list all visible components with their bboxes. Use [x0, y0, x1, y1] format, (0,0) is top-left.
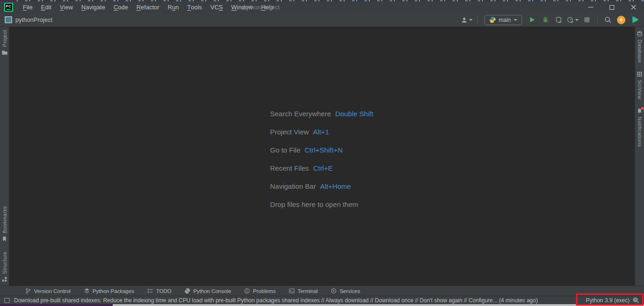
toolwindow-button-terminal[interactable]: Terminal [289, 288, 318, 294]
bug-icon [542, 16, 549, 23]
chevron-down-icon [469, 19, 473, 21]
search-icon [604, 16, 612, 24]
notification-badge [641, 107, 644, 110]
shortcut-keys: Ctrl+Shift+N [305, 146, 343, 154]
menu-vcs[interactable]: VCS [206, 1, 227, 13]
toolwindow-button-problems[interactable]: Problems [244, 288, 276, 294]
menu-file[interactable]: File [19, 1, 37, 13]
pycharm-logo-text: PC [6, 5, 11, 8]
profiler-gauge-icon [567, 16, 574, 24]
update-arrow-icon [617, 16, 625, 24]
left-stripe-bottom-group: BookmarksStructure [1, 206, 8, 283]
svg-text:?: ? [634, 298, 637, 302]
shortcut-keys: Double Shift [335, 110, 373, 118]
error-circle-icon [244, 288, 250, 294]
structure-icon [1, 276, 8, 283]
stripe-button-database[interactable]: Database [637, 31, 643, 63]
toolbar-project-name[interactable]: pythonProject [15, 16, 53, 23]
stripe-button-bookmarks[interactable]: Bookmarks [1, 206, 8, 242]
left-stripe-top-group: Project [1, 30, 8, 56]
toolwindow-label: Version Control [34, 288, 71, 294]
menubar: FileEditViewNavigateCodeRefactorRunTools… [19, 1, 278, 13]
window-controls [580, 1, 644, 13]
ide-update-button[interactable] [616, 14, 627, 26]
status-bar: Download pre-built shared indexes: Reduc… [0, 296, 644, 304]
layers-icon [84, 288, 90, 294]
run-configuration-name: main [499, 17, 511, 23]
shortcut-row: Search EverywhereDouble Shift [270, 105, 373, 123]
folder-icon [1, 49, 8, 56]
menu-view[interactable]: View [55, 1, 77, 13]
stripe-button-structure[interactable]: Structure [1, 252, 8, 283]
stripe-button-project[interactable]: Project [1, 30, 8, 56]
toolwindow-button-services[interactable]: Services [331, 288, 360, 294]
menu-code[interactable]: Code [109, 1, 132, 13]
toolwindow-button-version-control[interactable]: Version Control [25, 288, 71, 294]
toolwindow-label: TODO [156, 288, 171, 294]
toolwindow-button-python-packages[interactable]: Python Packages [84, 288, 135, 294]
shortcut-action-label: Go to File [270, 146, 300, 154]
menu-refactor[interactable]: Refactor [132, 1, 163, 13]
screen-bottom-edge-corner [0, 304, 113, 306]
stripe-label: Notifications [637, 117, 643, 147]
search-everywhere-button[interactable] [602, 14, 613, 26]
chevron-down-icon [575, 19, 579, 21]
shortcut-action-label: Search Everywhere [270, 110, 331, 118]
tool-window-bar: Version ControlPython PackagesTODOPython… [0, 286, 644, 296]
toolwindow-label: Terminal [298, 288, 318, 294]
tool-window-layout-icon[interactable] [4, 297, 10, 304]
shortcut-keys: Alt+1 [313, 128, 329, 136]
stop-icon [584, 17, 590, 22]
maximize-button[interactable] [601, 1, 623, 13]
close-icon [631, 5, 636, 10]
shortcut-action-label: Project View [270, 128, 309, 136]
close-button[interactable] [623, 1, 644, 13]
run-button[interactable] [526, 14, 537, 26]
python-logo-icon [489, 16, 496, 23]
toolbar-separator [477, 16, 478, 24]
stripe-button-notifications[interactable]: Notifications [637, 108, 643, 147]
toolwindow-button-python-console[interactable]: Python Console [184, 288, 231, 294]
shortcut-action-label: Navigation Bar [270, 182, 316, 190]
stop-button[interactable] [581, 14, 592, 26]
profiler-button[interactable] [567, 14, 579, 26]
database-icon [637, 31, 643, 37]
menu-edit[interactable]: Edit [37, 1, 55, 13]
stripe-button-sciview[interactable]: SciView [637, 71, 643, 100]
python-gray-icon [184, 288, 190, 294]
stripe-label: Structure [2, 252, 7, 274]
grid-icon [637, 71, 643, 78]
menu-run[interactable]: Run [163, 1, 183, 13]
services-icon [331, 288, 337, 294]
stripe-label: Bookmarks [2, 206, 7, 233]
bell-icon [637, 108, 643, 114]
toolbar-right-group: main [461, 14, 640, 26]
menu-navigate[interactable]: Navigate [77, 1, 109, 13]
right-tool-stripe: DatabaseSciViewNotifications [635, 27, 644, 286]
interpreter-help-icon: ? [632, 297, 639, 304]
pycharm-logo-icon: PC [4, 3, 13, 12]
menu-tools[interactable]: Tools [183, 1, 206, 13]
minimize-icon [588, 7, 593, 7]
stripe-label: Database [637, 40, 643, 63]
shortcut-row: Recent FilesCtrl+E [270, 159, 373, 177]
left-tool-stripe: Project BookmarksStructure [0, 27, 9, 286]
minimize-button[interactable] [580, 1, 601, 13]
coverage-shield-icon [555, 16, 563, 24]
interpreter-widget[interactable]: Python 3.9 (exec) ? [586, 297, 639, 304]
debug-button[interactable] [540, 14, 551, 26]
toolwindow-button-todo[interactable]: TODO [147, 288, 171, 294]
terminal-icon [289, 288, 295, 294]
main-area: Project BookmarksStructure Search Everyw… [0, 27, 644, 286]
user-account-button[interactable] [461, 14, 473, 26]
shortcut-row: Project ViewAlt+1 [270, 123, 373, 141]
run-configuration-selector[interactable]: main [484, 15, 522, 25]
git-branch-icon [25, 288, 31, 294]
chevron-down-icon [514, 19, 517, 21]
learn-ide-button[interactable] [629, 14, 640, 26]
shortcut-action-label: Drop files here to open them [270, 200, 358, 208]
run-with-coverage-button[interactable] [553, 14, 564, 26]
tool-window-buttons: Version ControlPython PackagesTODOPython… [25, 288, 360, 294]
status-message[interactable]: Download pre-built shared indexes: Reduc… [14, 297, 538, 304]
screen-bottom-edge [0, 304, 644, 306]
